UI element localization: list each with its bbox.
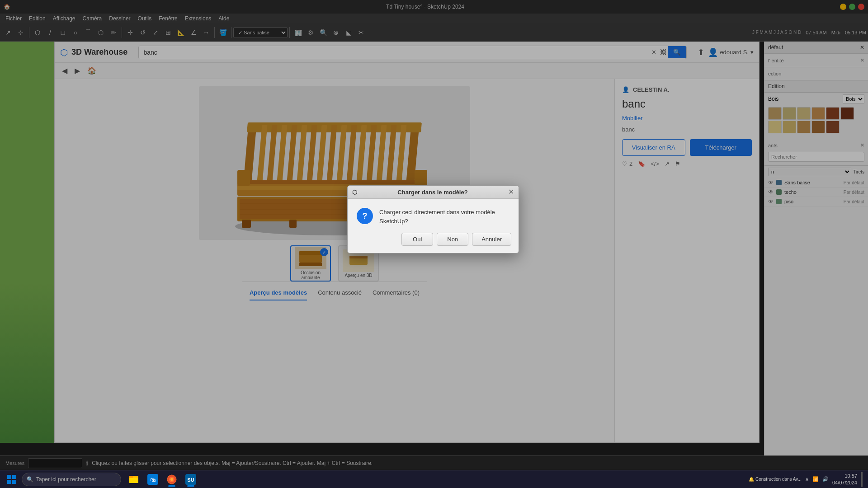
dialog-title: Charger dans le modèle? — [397, 189, 467, 196]
svg-rect-48 — [129, 476, 133, 478]
taskbar-search-text: Taper ici pour rechercher — [36, 476, 96, 483]
tray-time-display: 10:57 — [832, 473, 857, 479]
taskbar-search-bar[interactable]: 🔍 Taper ici pour rechercher — [22, 473, 121, 486]
dialog-box: ⬡ Charger dans le modèle? ✕ ? Charger ce… — [347, 185, 519, 253]
svg-rect-45 — [12, 480, 16, 484]
dialog-buttons: Oui Non Annuler — [348, 233, 519, 253]
svg-rect-42 — [7, 475, 11, 479]
tray-network[interactable]: 📶 — [812, 476, 819, 482]
svg-rect-47 — [129, 478, 138, 483]
taskbar-app-browser[interactable] — [163, 471, 181, 488]
dialog-annuler-btn[interactable]: Annuler — [472, 233, 511, 246]
tray-volume[interactable]: 🔊 — [822, 476, 829, 482]
dialog-non-btn[interactable]: Non — [437, 233, 468, 246]
tray-datetime: 10:57 04/07/2024 — [832, 473, 857, 486]
windows-logo-icon — [7, 475, 16, 484]
dialog-overlay: ⬡ Charger dans le modèle? ✕ ? Charger ce… — [0, 0, 868, 488]
taskbar-app-sketchup[interactable]: SU — [182, 471, 200, 488]
dialog-oui-btn[interactable]: Oui — [401, 233, 433, 246]
taskbar: 🔍 Taper ici pour rechercher 🛍 — [0, 470, 868, 488]
dialog-message: Charger ceci directement dans votre modè… — [379, 208, 509, 225]
tray-chevron[interactable]: ∧ — [805, 476, 809, 482]
taskbar-search-icon: 🔍 — [27, 476, 33, 483]
dialog-titlebar: ⬡ Charger dans le modèle? ✕ — [348, 186, 519, 199]
taskbar-tray: 🔔 Construction dans Av... ∧ 📶 🔊 10:57 04… — [749, 472, 866, 487]
tray-show-desktop[interactable] — [861, 472, 863, 487]
svg-text:🛍: 🛍 — [150, 477, 156, 483]
dialog-close-btn[interactable]: ✕ — [508, 188, 514, 196]
svg-text:SU: SU — [187, 477, 194, 483]
tray-date-display: 04/07/2024 — [832, 479, 857, 486]
dialog-body: ? Charger ceci directement dans votre mo… — [348, 199, 519, 233]
taskbar-app-explorer[interactable] — [125, 471, 143, 488]
svg-rect-43 — [12, 475, 16, 479]
store-icon: 🛍 — [147, 474, 158, 485]
svg-rect-44 — [7, 480, 11, 484]
tray-notification[interactable]: 🔔 Construction dans Av... — [749, 477, 802, 482]
svg-point-53 — [170, 478, 173, 481]
browser-icon — [166, 474, 177, 485]
taskbar-app-store[interactable]: 🛍 — [144, 471, 162, 488]
taskbar-start-btn[interactable] — [2, 471, 22, 488]
file-explorer-icon — [128, 474, 139, 485]
sketchup-icon: SU — [185, 474, 196, 485]
dialog-logo: ⬡ — [352, 189, 357, 196]
taskbar-apps: 🛍 SU — [125, 471, 200, 488]
dialog-question-icon: ? — [357, 208, 373, 224]
